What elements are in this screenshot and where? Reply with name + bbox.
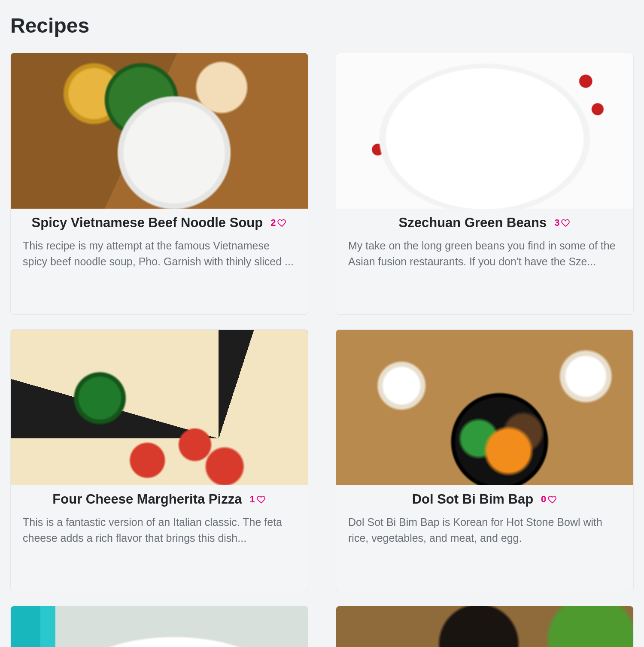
recipe-description: My take on the long green beans you find…: [348, 238, 621, 270]
recipe-title: Dol Sot Bi Bim Bap: [412, 492, 533, 507]
recipe-card[interactable]: Dol Sot Bi Bim Bap 0 Dol Sot Bi Bim Bap …: [336, 329, 634, 591]
like-button[interactable]: 1: [249, 494, 266, 505]
recipe-image: [11, 330, 308, 485]
recipe-image: [11, 606, 308, 647]
recipe-card[interactable]: Szechuan Green Beans 3 My take on the lo…: [336, 53, 634, 315]
recipe-card-body: Dol Sot Bi Bim Bap 0 Dol Sot Bi Bim Bap …: [336, 485, 633, 555]
recipe-image: [336, 53, 633, 209]
recipe-title: Spicy Vietnamese Beef Noodle Soup: [32, 216, 263, 230]
like-count: 3: [554, 217, 559, 228]
recipe-card[interactable]: Spicy Vietnamese Beef Noodle Soup 2 This…: [10, 53, 308, 315]
recipe-card[interactable]: [10, 606, 308, 647]
recipe-description: This recipe is my attempt at the famous …: [23, 238, 296, 270]
like-count: 1: [249, 494, 255, 505]
heart-icon: [561, 218, 571, 228]
recipe-card-body: Four Cheese Margherita Pizza 1 This is a…: [11, 485, 308, 555]
recipe-description: Dol Sot Bi Bim Bap is Korean for Hot Sto…: [348, 514, 621, 546]
recipe-description: This is a fantastic version of an Italia…: [23, 514, 296, 546]
recipe-image: [336, 606, 633, 647]
recipe-card-body: Szechuan Green Beans 3 My take on the lo…: [336, 209, 633, 278]
heart-icon: [548, 495, 557, 504]
page-title: Recipes: [10, 14, 634, 37]
heart-icon: [257, 495, 266, 504]
like-button[interactable]: 0: [541, 494, 557, 505]
recipe-grid: Spicy Vietnamese Beef Noodle Soup 2 This…: [10, 53, 634, 647]
like-count: 2: [270, 217, 276, 228]
like-button[interactable]: 3: [554, 217, 571, 228]
recipe-image: [11, 53, 308, 209]
like-count: 0: [541, 494, 546, 505]
recipe-card[interactable]: Four Cheese Margherita Pizza 1 This is a…: [10, 329, 308, 591]
recipe-title: Four Cheese Margherita Pizza: [52, 492, 242, 507]
recipe-card[interactable]: [336, 606, 634, 647]
recipe-title: Szechuan Green Beans: [399, 216, 547, 230]
like-button[interactable]: 2: [270, 217, 287, 228]
recipe-card-body: Spicy Vietnamese Beef Noodle Soup 2 This…: [11, 209, 308, 278]
recipe-image: [336, 330, 633, 485]
heart-icon: [277, 218, 287, 228]
